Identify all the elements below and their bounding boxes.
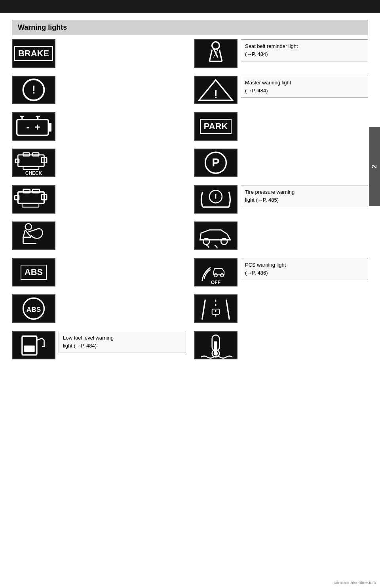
brake-icon-box: BRAKE (12, 39, 55, 68)
svg-line-47 (202, 300, 205, 319)
svg-line-48 (226, 300, 230, 319)
airbag-icon-box (12, 221, 55, 250)
right-column: Seat belt reminder light (→P. 484) ! Mas… (190, 39, 368, 367)
svg-text:CHECK: CHECK (25, 170, 42, 176)
chapter-number: 2 (371, 165, 378, 168)
master-warning-triangle-box: ! (194, 76, 238, 104)
engine-icon-box (12, 185, 55, 214)
park-icon-box: PARK (194, 112, 238, 141)
slip-icon-box (194, 221, 238, 250)
seatbelt-tooltip-text: Seat belt reminder light (245, 43, 298, 49)
tire-pressure-tooltip-ref: light (→P. 485) (245, 197, 279, 203)
seatbelt-icon (195, 39, 237, 68)
check-engine-small-box: CHECK (12, 149, 55, 177)
tire-pressure-item: ! Tire pressure warning light (→P. 485) (194, 185, 368, 214)
brake-icon: BRAKE (14, 46, 53, 61)
svg-point-44 (214, 273, 217, 277)
lane-item (194, 294, 368, 323)
master-warning-tooltip: Master warning light (→P. 484) (241, 76, 368, 98)
brake-warning-item: BRAKE (12, 39, 186, 68)
master-warning-tooltip-ref: (→P. 484) (245, 88, 268, 94)
svg-rect-3 (48, 123, 51, 131)
tire-pressure-tooltip: Tire pressure warning light (→P. 485) (241, 185, 368, 207)
master-warning-triangle-item: ! Master warning light (→P. 484) (194, 76, 368, 104)
check-engine-small-item: CHECK (12, 149, 186, 177)
abs-text-icon: ABS (21, 265, 47, 280)
section-header: Warning lights (12, 20, 368, 35)
svg-text:-: - (26, 122, 29, 132)
pcs-tooltip-ref: (→P. 486) (245, 270, 268, 276)
seatbelt-item: Seat belt reminder light (→P. 484) (194, 39, 368, 68)
abs-text-box: ABS (12, 258, 55, 286)
engine-warning-item (12, 185, 186, 214)
master-warning-tooltip-text: Master warning light (245, 80, 291, 86)
battery-warning-item: - + (12, 112, 186, 141)
svg-point-45 (220, 273, 224, 277)
tire-pressure-icon-box: ! (194, 185, 238, 214)
fuel-warning-item: Low fuel level warning light (→P. 484) (12, 331, 186, 359)
pcs-tooltip: PCS warning light (→P. 486) (241, 258, 368, 280)
airbag-icon (13, 221, 55, 250)
tire-pressure-icon: ! (195, 185, 237, 214)
lane-icon (195, 294, 237, 323)
svg-text:!: ! (215, 192, 217, 200)
airbag-warning-item (12, 221, 186, 250)
coolant-icon-box (194, 331, 238, 359)
svg-point-25 (25, 223, 32, 230)
left-column: BRAKE ! - + (12, 39, 190, 367)
abs-circle-icon: ABS (13, 294, 55, 323)
svg-text:!: ! (214, 88, 218, 101)
fuel-tooltip-text: Low fuel level warning (63, 335, 114, 341)
svg-text:OFF: OFF (211, 280, 220, 285)
svg-point-33 (212, 42, 220, 49)
pcs-off-icon: OFF (195, 258, 237, 287)
svg-text:!: ! (32, 83, 36, 96)
pcs-off-item: OFF PCS warning light (→P. 486) (194, 258, 368, 286)
svg-rect-10 (18, 155, 44, 166)
svg-text:ABS: ABS (27, 305, 41, 313)
svg-rect-32 (24, 346, 35, 352)
pcs-off-icon-box: OFF (194, 258, 238, 286)
electric-park-icon: P (195, 149, 237, 178)
slip-icon (195, 221, 237, 250)
seatbelt-tooltip-ref: (→P. 484) (245, 51, 268, 57)
check-engine-small-icon: CHECK (13, 149, 55, 178)
coolant-icon (195, 331, 237, 360)
watermark: carmanualsonline.info (334, 580, 376, 585)
park-item: PARK (194, 112, 368, 141)
master-warning-icon-box: ! (12, 76, 55, 104)
fuel-icon (13, 331, 55, 360)
lane-icon-box (194, 294, 238, 323)
main-content: BRAKE ! - + (0, 39, 380, 367)
battery-icon-box: - + (12, 112, 55, 141)
top-bar (0, 0, 380, 13)
pcs-tooltip-text: PCS warning light (245, 262, 286, 268)
svg-point-55 (214, 351, 218, 355)
coolant-item (194, 331, 368, 359)
master-warning-triangle-icon: ! (195, 76, 237, 105)
electric-park-item: P (194, 149, 368, 177)
seatbelt-tooltip: Seat belt reminder light (→P. 484) (241, 39, 368, 61)
abs-circle-box: ABS (12, 294, 55, 323)
abs-circle-item: ABS (12, 294, 186, 323)
svg-point-43 (221, 238, 227, 244)
chapter-tab: 2 (369, 127, 380, 206)
tire-pressure-tooltip-text: Tire pressure warning (245, 189, 294, 195)
svg-text:P: P (212, 156, 219, 169)
fuel-tooltip: Low fuel level warning light (→P. 484) (59, 331, 186, 353)
svg-rect-31 (22, 336, 37, 355)
svg-rect-54 (214, 341, 217, 352)
electric-park-icon-box: P (194, 149, 238, 177)
slip-item (194, 221, 368, 250)
svg-rect-18 (18, 192, 44, 203)
svg-text:+: + (35, 122, 40, 132)
seatbelt-icon-box (194, 39, 238, 68)
master-warning-icon: ! (13, 76, 55, 105)
master-warning-item: ! (12, 76, 186, 104)
battery-icon: - + (13, 112, 55, 141)
fuel-tooltip-ref: light (→P. 484) (63, 343, 97, 349)
engine-icon (13, 185, 55, 214)
abs-text-item: ABS (12, 258, 186, 286)
svg-rect-2 (17, 119, 49, 135)
park-icon: PARK (200, 119, 232, 134)
